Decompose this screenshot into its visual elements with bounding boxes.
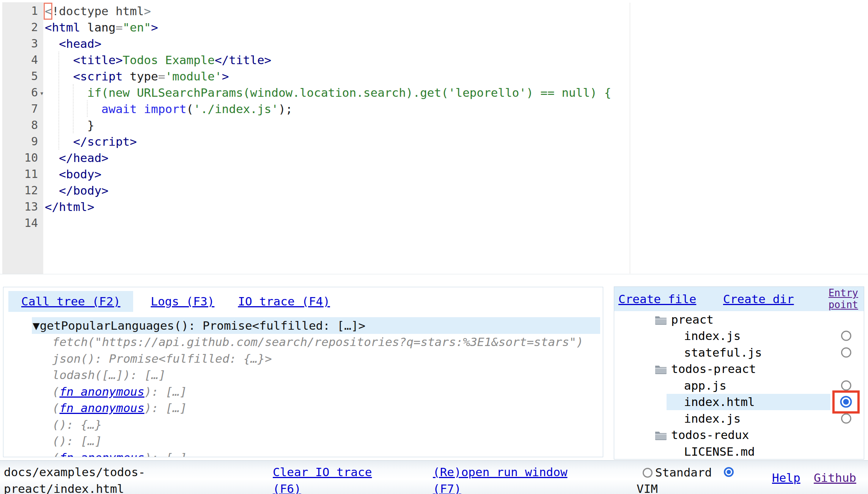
- calltree-row[interactable]: lodash([…]): […]: [3, 367, 603, 384]
- code-line[interactable]: 3 <head>: [2, 35, 868, 52]
- code-line[interactable]: 11 <body>: [2, 166, 868, 182]
- entry-point-radio[interactable]: [840, 396, 852, 408]
- code-token: </script>: [73, 135, 137, 148]
- gutter-cell: 9: [2, 133, 43, 149]
- calltree-row[interactable]: (): […]: [3, 433, 603, 450]
- code-line[interactable]: 5 <script type='module'>: [2, 68, 868, 84]
- line-number: 2: [31, 20, 43, 34]
- keyboard-vim-radio[interactable]: [724, 467, 734, 477]
- file-tree-row-preact[interactable]: preact: [614, 311, 864, 328]
- code-line[interactable]: 4 <title>Todos Example</title>: [2, 52, 868, 68]
- calltree-row[interactable]: (): {…}: [3, 416, 603, 433]
- create-file-button[interactable]: Create file: [618, 292, 696, 306]
- code-token: await: [101, 102, 137, 116]
- directory-name[interactable]: todos-preact: [671, 362, 756, 376]
- panel-tabs: Call tree (F2)Logs (F3)IO trace (F4): [3, 287, 603, 315]
- code-token: );: [278, 102, 292, 116]
- github-link[interactable]: Github: [814, 471, 856, 485]
- files-panel: Create file Create dir Entry point preac…: [614, 286, 864, 459]
- file-name[interactable]: index.html: [684, 395, 755, 409]
- clear-io-trace-button[interactable]: Clear IO trace (F6): [273, 464, 376, 494]
- keyboard-standard-label[interactable]: Standard: [655, 466, 712, 479]
- fold-arrow-icon[interactable]: ▾: [40, 90, 44, 97]
- file-name[interactable]: LICENSE.md: [684, 445, 755, 458]
- expand-triangle-icon[interactable]: ▼: [33, 319, 40, 332]
- tab-logs-f3[interactable]: Logs (F3): [145, 291, 220, 312]
- function-link[interactable]: fn anonymous: [60, 401, 145, 415]
- code-line[interactable]: 1<!doctype html>: [2, 3, 868, 19]
- status-bar: docs/examples/todos-preact/index.html Cl…: [0, 460, 868, 494]
- keyboard-vim-label[interactable]: VIM: [637, 482, 658, 494]
- entry-point-label-line1: Entry: [829, 287, 858, 299]
- code-line[interactable]: 8 }: [2, 117, 868, 133]
- calltree-text: getPopularLanguages(): Promise<fulfilled…: [40, 319, 366, 332]
- entry-point-radio[interactable]: [841, 413, 851, 423]
- tab-call-tree-f2[interactable]: Call tree (F2): [8, 291, 133, 312]
- code-token: [80, 20, 87, 34]
- code-line[interactable]: 7 await import('./index.js');: [2, 101, 868, 117]
- editor-bottom-border: [0, 274, 868, 274]
- code-token: lang: [87, 20, 116, 34]
- line-number: 13: [24, 200, 43, 213]
- calltree-row[interactable]: (fn anonymous): […]: [3, 400, 603, 417]
- code-text: <script type='module'>: [43, 69, 229, 83]
- file-tree-row-todos-preact[interactable]: todos-preact: [614, 361, 864, 378]
- function-link[interactable]: fn anonymous: [60, 451, 145, 457]
- code-token: [45, 37, 59, 50]
- code-text: if(new URLSearchParams(window.location.s…: [43, 86, 611, 99]
- directory-name[interactable]: todos-redux: [671, 428, 749, 442]
- entry-point-header-link[interactable]: Entry point: [829, 287, 858, 311]
- calltree-row[interactable]: (fn anonymous): […]: [3, 383, 603, 400]
- code-token: Todos Example: [123, 53, 215, 67]
- calltree-row[interactable]: ▼getPopularLanguages(): Promise<fulfille…: [32, 317, 600, 334]
- reopen-run-window-button[interactable]: (Re)open run window (F7): [433, 464, 570, 494]
- folder-icon: [654, 314, 667, 325]
- calltree-row[interactable]: (fn anonymous): […]: [3, 449, 603, 457]
- code-token: [45, 151, 59, 165]
- file-tree-row-index-js[interactable]: index.js: [614, 328, 864, 345]
- gutter-cell: 11: [2, 166, 43, 182]
- file-tree-row-stateful-js[interactable]: stateful.js: [614, 344, 864, 361]
- calltree-rows: ▼getPopularLanguages(): Promise<fulfille…: [3, 317, 603, 457]
- gutter-cell: 6▾: [2, 84, 43, 101]
- code-line[interactable]: 6▾ if(new URLSearchParams(window.locatio…: [2, 84, 868, 101]
- function-link[interactable]: fn anonymous: [60, 385, 145, 398]
- code-editor[interactable]: 1<!doctype html>2<html lang="en">3 <head…: [0, 0, 868, 274]
- calltree-row[interactable]: fetch("https://api.github.com/search/rep…: [3, 334, 603, 351]
- code-text: </head>: [43, 151, 108, 165]
- code-line[interactable]: 13</html>: [2, 198, 868, 215]
- code-line[interactable]: 9 </script>: [2, 133, 868, 149]
- file-name[interactable]: app.js: [684, 379, 726, 392]
- code-line[interactable]: 14: [2, 215, 868, 231]
- file-tree-row-LICENSE-md[interactable]: LICENSE.md: [614, 443, 864, 459]
- code-token: [45, 135, 73, 148]
- code-line[interactable]: 2<html lang="en">: [2, 19, 868, 35]
- gutter-cell: 1: [2, 3, 43, 19]
- code-token: </html>: [45, 200, 94, 214]
- file-name[interactable]: stateful.js: [684, 346, 762, 359]
- file-tree: preactindex.jsstateful.jstodos-preactapp…: [614, 311, 864, 459]
- file-tree-row-index-html[interactable]: index.html: [614, 394, 864, 411]
- file-tree-row-app-js[interactable]: app.js: [614, 377, 864, 394]
- help-link[interactable]: Help: [772, 471, 800, 485]
- directory-name[interactable]: preact: [671, 313, 714, 326]
- code-line[interactable]: 10 </head>: [2, 149, 868, 166]
- tab-io-trace-f4[interactable]: IO trace (F4): [232, 291, 336, 312]
- code-token: "en": [123, 20, 151, 34]
- gutter-cell: 5: [2, 68, 43, 84]
- calltree-text: ): […]: [145, 385, 187, 398]
- code-line[interactable]: 12 </body>: [2, 182, 868, 198]
- calltree-row[interactable]: json(): Promise<fulfilled: {…}>: [3, 350, 603, 367]
- code-token: [45, 86, 87, 99]
- file-tree-row-index-js[interactable]: index.js: [614, 410, 864, 427]
- current-file-path: docs/examples/todos-preact/index.html: [4, 464, 147, 494]
- entry-point-radio[interactable]: [841, 331, 851, 341]
- file-name[interactable]: index.js: [684, 412, 741, 425]
- entry-point-label-line2: point: [829, 299, 858, 310]
- keyboard-standard-radio[interactable]: [643, 468, 653, 478]
- entry-point-radio[interactable]: [841, 380, 851, 390]
- create-dir-button[interactable]: Create dir: [723, 292, 794, 306]
- file-name[interactable]: index.js: [684, 329, 741, 343]
- entry-point-radio[interactable]: [841, 347, 851, 357]
- file-tree-row-todos-redux[interactable]: todos-redux: [614, 427, 864, 444]
